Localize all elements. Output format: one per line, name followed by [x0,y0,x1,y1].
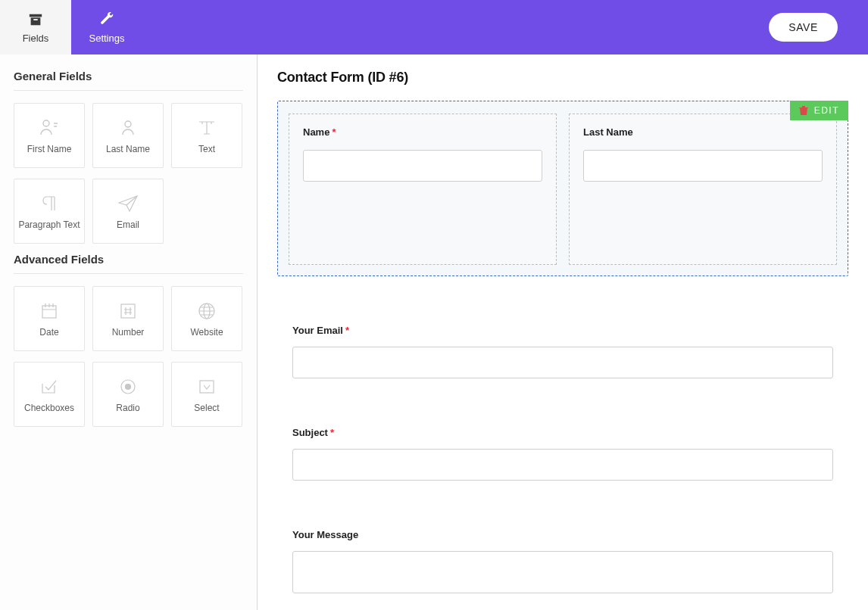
field-card-radio[interactable]: Radio [92,362,164,427]
field-card-checkboxes[interactable]: Checkboxes [14,362,85,427]
label-text: Subject [292,427,328,438]
label-text: Name [303,126,329,138]
edit-label: EDIT [814,105,839,116]
svg-rect-6 [121,304,135,318]
save-button[interactable]: SAVE [769,13,838,42]
field-card-select[interactable]: Select [171,362,242,427]
text-icon [195,117,218,139]
tab-fields-label: Fields [23,33,49,44]
label-text: Last Name [583,126,633,138]
field-label: Subject* [292,427,833,438]
chevron-down-icon [195,375,218,398]
field-card-label: Text [198,144,215,154]
required-star: * [345,325,349,336]
field-card-label: Website [190,327,223,338]
main-area: Contact Form (ID #6) EDIT Name* Last Nam… [258,54,868,610]
required-star: * [332,126,336,138]
email-input[interactable] [292,347,833,378]
field-card-label: Email [117,219,139,230]
divider [14,273,243,274]
archive-icon [27,11,44,28]
hash-icon [117,300,139,322]
advanced-fields-grid: Date Number Website [14,286,243,427]
svg-rect-2 [33,19,37,20]
field-card-email[interactable]: Email [92,179,164,244]
general-fields-grid: First Name Last Name Text [14,103,243,244]
tab-settings[interactable]: Settings [71,0,142,54]
tab-fields[interactable]: Fields [0,0,71,54]
svg-point-3 [43,120,49,126]
wrench-icon [98,11,115,28]
field-label: Last Name [583,126,823,138]
field-card-number[interactable]: Number [92,286,164,351]
form-field-last-name[interactable]: Last Name [569,114,837,265]
paper-plane-icon [117,192,139,215]
svg-point-4 [125,121,131,127]
svg-rect-1 [31,17,41,25]
field-card-last-name[interactable]: Last Name [92,103,164,168]
divider [14,90,243,91]
person-icon [117,117,139,139]
form-field-message[interactable]: Your Message [277,529,848,593]
form-field-email[interactable]: Your Email* [277,325,848,378]
calendar-icon [38,300,61,322]
field-label: Your Message [292,529,833,540]
edit-button[interactable]: EDIT [790,101,848,120]
svg-rect-0 [30,14,42,17]
field-card-label: Number [112,327,145,338]
field-card-text[interactable]: Text [171,103,242,168]
sidebar: General Fields First Name Last Name [0,54,258,610]
field-card-label: Radio [116,403,139,413]
field-card-date[interactable]: Date [14,286,85,351]
globe-icon [195,300,218,322]
checkbox-icon [38,375,61,398]
subject-input[interactable] [292,449,833,481]
label-text: Your Message [292,529,358,540]
field-card-label: Paragraph Text [18,219,80,230]
field-card-label: Date [39,327,58,338]
radio-icon [117,375,139,398]
svg-point-10 [126,384,131,389]
field-row-selected[interactable]: EDIT Name* Last Name [277,101,848,276]
topbar: Fields Settings SAVE [0,0,868,54]
field-card-first-name[interactable]: First Name [14,103,85,168]
last-name-input[interactable] [583,150,823,182]
form-field-subject[interactable]: Subject* [277,427,848,481]
field-card-label: Last Name [106,144,150,154]
field-label: Name* [303,126,542,138]
field-label: Your Email* [292,325,833,336]
advanced-fields-heading: Advanced Fields [14,253,243,266]
required-star: * [330,427,334,438]
tab-settings-label: Settings [89,33,125,44]
field-card-label: First Name [27,144,72,154]
field-card-label: Checkboxes [24,403,74,413]
svg-rect-11 [200,381,214,393]
form-field-name[interactable]: Name* [289,114,557,265]
field-card-label: Select [194,403,219,413]
field-card-paragraph[interactable]: Paragraph Text [14,179,85,244]
general-fields-heading: General Fields [14,70,243,82]
trash-icon [799,105,808,116]
name-input[interactable] [303,150,542,182]
paragraph-icon [38,192,61,215]
field-card-website[interactable]: Website [171,286,242,351]
message-input[interactable] [292,551,833,593]
person-icon [38,117,61,139]
svg-rect-5 [42,306,56,318]
label-text: Your Email [292,325,343,336]
page-title: Contact Form (ID #6) [277,70,848,86]
